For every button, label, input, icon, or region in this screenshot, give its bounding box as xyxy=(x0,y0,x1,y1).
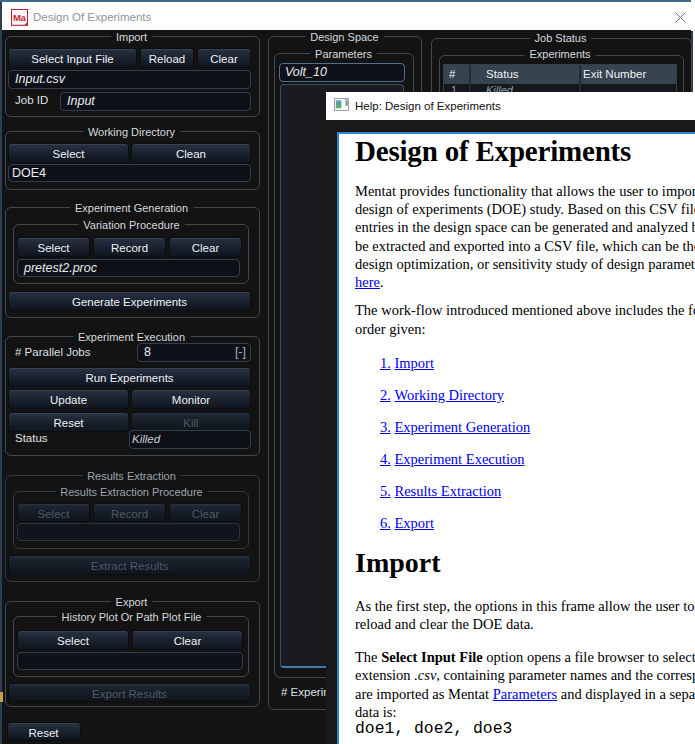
svg-text:Ma: Ma xyxy=(12,12,26,23)
